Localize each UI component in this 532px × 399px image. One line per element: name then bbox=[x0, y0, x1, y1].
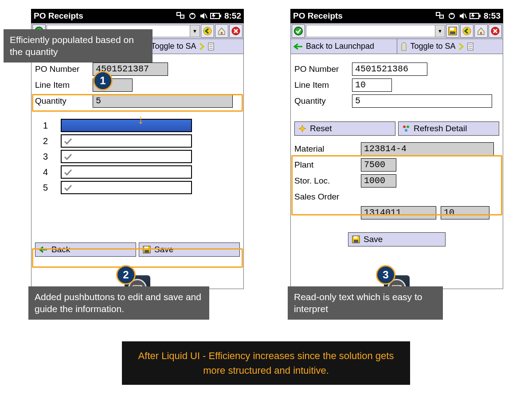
home-button[interactable] bbox=[215, 24, 228, 38]
sparkle-icon bbox=[298, 125, 306, 133]
app-title: PO Receipts bbox=[34, 11, 176, 21]
sales-order-values-row: 1314011 10 bbox=[361, 206, 499, 220]
transaction-combo[interactable]: ▼ bbox=[306, 25, 445, 37]
nav-back-button[interactable] bbox=[201, 24, 214, 38]
back-to-launchpad-button[interactable]: Back to Launchpad bbox=[291, 39, 397, 54]
back-button[interactable]: Back bbox=[35, 243, 136, 257]
row-cell[interactable] bbox=[61, 181, 192, 194]
list-row-4[interactable]: 4 bbox=[43, 164, 240, 180]
sales-order-row: Sales Order bbox=[294, 190, 499, 204]
svg-rect-24 bbox=[440, 15, 443, 18]
check-icon bbox=[63, 153, 73, 161]
list-row-3[interactable]: 3 bbox=[43, 149, 240, 164]
row-cell-selected[interactable] bbox=[61, 119, 192, 132]
toggle-sap-button[interactable]: Toggle to SA bbox=[397, 39, 503, 54]
reset-button[interactable]: Reset bbox=[294, 121, 395, 136]
save-toolbar-button[interactable] bbox=[446, 24, 459, 38]
line-item-field[interactable]: 10 bbox=[352, 78, 392, 92]
stor-loc-row: Stor. Loc. 1000 bbox=[294, 174, 499, 188]
quantity-field[interactable]: 5 bbox=[352, 94, 492, 108]
svg-rect-15 bbox=[145, 246, 148, 249]
list-row-2[interactable]: 2 bbox=[43, 133, 240, 149]
row-num: 2 bbox=[43, 136, 61, 146]
ok-check-button[interactable] bbox=[292, 24, 305, 38]
annotation-2: Added pushbuttons to edit and save and g… bbox=[28, 286, 209, 320]
svg-rect-27 bbox=[470, 13, 479, 19]
annotation-3: Read-only text which is easy to interpre… bbox=[288, 286, 443, 320]
refresh-button[interactable]: Refresh Detail bbox=[398, 121, 499, 136]
row-cell[interactable] bbox=[61, 165, 192, 179]
battery-icon bbox=[469, 12, 481, 20]
action-buttons-left: Back Save bbox=[35, 243, 240, 257]
check-icon bbox=[63, 137, 73, 146]
sync-icon bbox=[188, 12, 197, 20]
forward-icon bbox=[458, 43, 465, 51]
po-number-label: PO Number bbox=[35, 64, 93, 74]
cancel-button[interactable] bbox=[229, 24, 243, 38]
floppy-icon bbox=[352, 235, 360, 243]
status-bar: PO Receipts 8:52 bbox=[31, 9, 244, 23]
save-button-label: Save bbox=[154, 245, 173, 254]
line-item-row: Line Item 10 bbox=[35, 78, 240, 92]
quantity-field[interactable]: 5 bbox=[93, 94, 233, 108]
app-title: PO Receipts bbox=[293, 11, 436, 21]
stor-loc-field: 1000 bbox=[361, 174, 396, 188]
chevron-down-icon: ▼ bbox=[190, 25, 200, 37]
svg-rect-34 bbox=[480, 32, 482, 35]
row-num: 4 bbox=[43, 167, 61, 177]
material-field: 123814-4 bbox=[361, 142, 494, 156]
quantity-label: Quantity bbox=[35, 96, 93, 106]
material-row: Material 123814-4 bbox=[294, 142, 499, 156]
sync-icon bbox=[447, 12, 456, 20]
toggle-sap-label: Toggle to SA bbox=[151, 42, 196, 51]
svg-line-3 bbox=[205, 14, 207, 18]
home-button[interactable] bbox=[474, 24, 488, 38]
clock-time: 8:53 bbox=[484, 11, 501, 21]
status-icons: 8:53 bbox=[436, 11, 501, 21]
toggle-sap-button[interactable]: Toggle to SA bbox=[138, 39, 244, 54]
svg-rect-32 bbox=[450, 31, 455, 34]
clock-time: 8:52 bbox=[224, 11, 241, 21]
status-icons: 8:52 bbox=[176, 11, 241, 21]
save-button[interactable]: Save bbox=[348, 232, 446, 246]
po-number-row: PO Number 4501521387 bbox=[35, 62, 240, 76]
floppy-icon bbox=[143, 246, 151, 254]
speaker-icon bbox=[200, 12, 207, 20]
svg-rect-44 bbox=[354, 236, 357, 239]
row-num: 3 bbox=[43, 152, 61, 162]
speaker-icon bbox=[459, 12, 467, 20]
badge-2: 2 bbox=[116, 265, 136, 285]
list-row-5[interactable]: 5 bbox=[43, 180, 240, 195]
arrow-down-icon: ↓ bbox=[137, 112, 144, 127]
line-item-label: Line Item bbox=[294, 80, 352, 90]
toolbar-primary: ▼ bbox=[290, 23, 503, 39]
sales-order-field-1: 1314011 bbox=[361, 206, 436, 219]
check-icon bbox=[63, 168, 73, 177]
status-bar: PO Receipts 8:53 bbox=[290, 9, 503, 23]
sales-order-field-2: 10 bbox=[441, 206, 489, 219]
windows-icon bbox=[436, 12, 445, 20]
battery-icon bbox=[210, 12, 222, 20]
row-cell[interactable] bbox=[61, 134, 192, 148]
bottom-banner: After Liquid UI - Efficiency increases s… bbox=[122, 341, 410, 385]
svg-line-26 bbox=[465, 14, 466, 18]
check-icon bbox=[63, 184, 73, 192]
cancel-button[interactable] bbox=[489, 24, 502, 38]
stor-loc-label: Stor. Loc. bbox=[294, 176, 361, 186]
svg-point-41 bbox=[407, 125, 409, 128]
save-button[interactable]: Save bbox=[139, 243, 240, 257]
quantity-list: 1 2 3 4 5 bbox=[43, 118, 240, 195]
quantity-row: Quantity 5 bbox=[294, 94, 499, 108]
po-number-field[interactable]: 4501521386 bbox=[352, 63, 427, 76]
plant-row: Plant 7500 bbox=[294, 158, 499, 172]
back-launchpad-label: Back to Launchpad bbox=[306, 42, 374, 51]
nav-back-button[interactable] bbox=[460, 24, 473, 38]
row-cell[interactable] bbox=[61, 150, 192, 163]
list-icon bbox=[467, 43, 473, 51]
plant-field: 7500 bbox=[361, 158, 396, 172]
bag-icon bbox=[400, 42, 408, 51]
arrow-left-icon bbox=[293, 43, 303, 50]
badge-1: 1 bbox=[93, 71, 113, 90]
svg-rect-16 bbox=[145, 250, 149, 253]
material-label: Material bbox=[294, 144, 361, 154]
